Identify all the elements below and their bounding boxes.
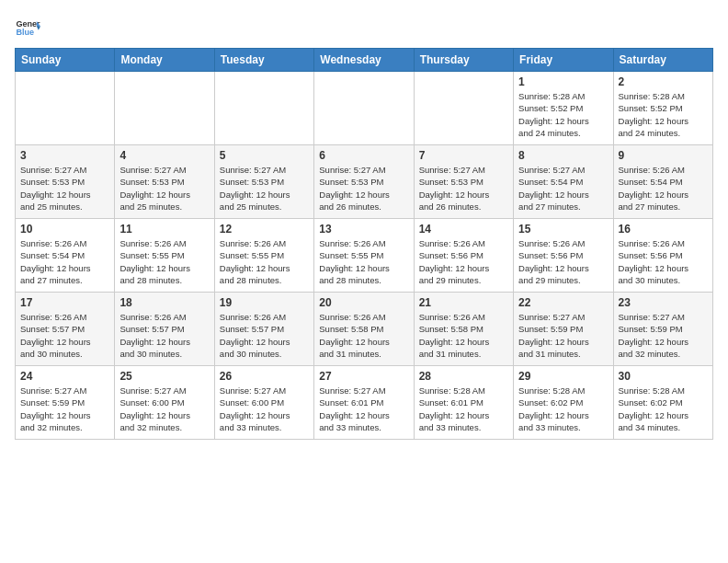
calendar-cell: 14Sunrise: 5:26 AM Sunset: 5:56 PM Dayli… bbox=[414, 219, 513, 293]
day-number: 26 bbox=[220, 370, 309, 383]
day-number: 4 bbox=[119, 149, 209, 162]
calendar-week-row: 3Sunrise: 5:27 AM Sunset: 5:53 PM Daylig… bbox=[16, 145, 713, 219]
calendar-cell: 24Sunrise: 5:27 AM Sunset: 5:59 PM Dayli… bbox=[16, 366, 115, 440]
day-number: 30 bbox=[619, 370, 708, 383]
day-info: Sunrise: 5:27 AM Sunset: 6:01 PM Dayligh… bbox=[319, 385, 408, 433]
calendar-cell: 17Sunrise: 5:26 AM Sunset: 5:57 PM Dayli… bbox=[16, 293, 115, 366]
calendar-week-row: 17Sunrise: 5:26 AM Sunset: 5:57 PM Dayli… bbox=[16, 293, 713, 366]
weekday-header-wednesday: Wednesday bbox=[314, 49, 414, 72]
day-info: Sunrise: 5:26 AM Sunset: 5:57 PM Dayligh… bbox=[220, 311, 309, 360]
calendar-cell: 3Sunrise: 5:27 AM Sunset: 5:53 PM Daylig… bbox=[16, 145, 115, 219]
day-info: Sunrise: 5:27 AM Sunset: 5:53 PM Dayligh… bbox=[220, 164, 309, 213]
calendar-cell: 13Sunrise: 5:26 AM Sunset: 5:55 PM Dayli… bbox=[314, 219, 414, 293]
calendar-cell: 27Sunrise: 5:27 AM Sunset: 6:01 PM Dayli… bbox=[314, 366, 414, 440]
calendar-week-row: 10Sunrise: 5:26 AM Sunset: 5:54 PM Dayli… bbox=[16, 219, 713, 293]
calendar-cell: 29Sunrise: 5:28 AM Sunset: 6:02 PM Dayli… bbox=[514, 366, 613, 440]
calendar-cell bbox=[314, 72, 414, 145]
day-number: 7 bbox=[419, 149, 508, 162]
day-number: 27 bbox=[319, 370, 408, 383]
calendar-cell: 5Sunrise: 5:27 AM Sunset: 5:53 PM Daylig… bbox=[214, 145, 313, 219]
day-number: 9 bbox=[619, 149, 708, 162]
calendar-cell: 20Sunrise: 5:26 AM Sunset: 5:58 PM Dayli… bbox=[314, 293, 414, 366]
day-info: Sunrise: 5:27 AM Sunset: 5:53 PM Dayligh… bbox=[119, 164, 209, 213]
calendar-cell: 6Sunrise: 5:27 AM Sunset: 5:53 PM Daylig… bbox=[314, 145, 414, 219]
day-number: 16 bbox=[619, 223, 708, 236]
day-info: Sunrise: 5:27 AM Sunset: 6:00 PM Dayligh… bbox=[119, 385, 209, 433]
calendar-cell: 12Sunrise: 5:26 AM Sunset: 5:55 PM Dayli… bbox=[214, 219, 313, 293]
day-number: 15 bbox=[518, 223, 608, 236]
calendar-table: SundayMondayTuesdayWednesdayThursdayFrid… bbox=[15, 48, 713, 440]
calendar-cell bbox=[214, 72, 313, 145]
calendar-cell: 21Sunrise: 5:26 AM Sunset: 5:58 PM Dayli… bbox=[414, 293, 513, 366]
day-info: Sunrise: 5:28 AM Sunset: 5:52 PM Dayligh… bbox=[518, 90, 608, 139]
calendar-week-row: 24Sunrise: 5:27 AM Sunset: 5:59 PM Dayli… bbox=[16, 366, 713, 440]
day-info: Sunrise: 5:26 AM Sunset: 5:56 PM Dayligh… bbox=[419, 237, 508, 286]
day-info: Sunrise: 5:26 AM Sunset: 5:55 PM Dayligh… bbox=[119, 237, 209, 286]
day-info: Sunrise: 5:28 AM Sunset: 6:01 PM Dayligh… bbox=[419, 385, 508, 433]
day-info: Sunrise: 5:26 AM Sunset: 5:54 PM Dayligh… bbox=[619, 164, 708, 213]
day-number: 14 bbox=[419, 223, 508, 236]
day-number: 17 bbox=[20, 296, 109, 309]
day-info: Sunrise: 5:27 AM Sunset: 6:00 PM Dayligh… bbox=[220, 385, 309, 433]
day-info: Sunrise: 5:26 AM Sunset: 5:55 PM Dayligh… bbox=[319, 237, 408, 286]
day-number: 8 bbox=[518, 149, 608, 162]
day-number: 19 bbox=[220, 296, 309, 309]
day-info: Sunrise: 5:26 AM Sunset: 5:56 PM Dayligh… bbox=[619, 237, 708, 286]
day-info: Sunrise: 5:27 AM Sunset: 5:59 PM Dayligh… bbox=[619, 311, 708, 360]
svg-text:Blue: Blue bbox=[16, 28, 34, 37]
calendar-cell bbox=[414, 72, 513, 145]
weekday-header-tuesday: Tuesday bbox=[214, 49, 313, 72]
calendar-cell: 4Sunrise: 5:27 AM Sunset: 5:53 PM Daylig… bbox=[115, 145, 214, 219]
day-info: Sunrise: 5:26 AM Sunset: 5:56 PM Dayligh… bbox=[518, 237, 608, 286]
day-number: 21 bbox=[419, 296, 508, 309]
day-number: 24 bbox=[20, 370, 109, 383]
calendar-cell: 26Sunrise: 5:27 AM Sunset: 6:00 PM Dayli… bbox=[214, 366, 313, 440]
calendar-cell: 30Sunrise: 5:28 AM Sunset: 6:02 PM Dayli… bbox=[613, 366, 712, 440]
day-number: 25 bbox=[119, 370, 209, 383]
calendar-cell: 28Sunrise: 5:28 AM Sunset: 6:01 PM Dayli… bbox=[414, 366, 513, 440]
day-number: 10 bbox=[20, 223, 109, 236]
calendar-cell: 19Sunrise: 5:26 AM Sunset: 5:57 PM Dayli… bbox=[214, 293, 313, 366]
calendar-cell bbox=[115, 72, 214, 145]
weekday-header-saturday: Saturday bbox=[613, 49, 712, 72]
weekday-header-sunday: Sunday bbox=[16, 49, 115, 72]
day-info: Sunrise: 5:27 AM Sunset: 5:59 PM Dayligh… bbox=[518, 311, 608, 360]
calendar-cell: 9Sunrise: 5:26 AM Sunset: 5:54 PM Daylig… bbox=[613, 145, 712, 219]
calendar-cell: 11Sunrise: 5:26 AM Sunset: 5:55 PM Dayli… bbox=[115, 219, 214, 293]
day-info: Sunrise: 5:26 AM Sunset: 5:54 PM Dayligh… bbox=[20, 237, 109, 286]
weekday-header-row: SundayMondayTuesdayWednesdayThursdayFrid… bbox=[16, 49, 713, 72]
day-info: Sunrise: 5:27 AM Sunset: 5:53 PM Dayligh… bbox=[20, 164, 109, 213]
day-info: Sunrise: 5:28 AM Sunset: 6:02 PM Dayligh… bbox=[619, 385, 708, 433]
day-info: Sunrise: 5:26 AM Sunset: 5:57 PM Dayligh… bbox=[20, 311, 109, 360]
day-number: 3 bbox=[20, 149, 109, 162]
day-number: 22 bbox=[518, 296, 608, 309]
calendar-cell: 23Sunrise: 5:27 AM Sunset: 5:59 PM Dayli… bbox=[613, 293, 712, 366]
calendar-cell: 16Sunrise: 5:26 AM Sunset: 5:56 PM Dayli… bbox=[613, 219, 712, 293]
day-info: Sunrise: 5:27 AM Sunset: 5:54 PM Dayligh… bbox=[518, 164, 608, 213]
day-info: Sunrise: 5:27 AM Sunset: 5:59 PM Dayligh… bbox=[20, 385, 109, 433]
day-number: 5 bbox=[220, 149, 309, 162]
day-info: Sunrise: 5:26 AM Sunset: 5:57 PM Dayligh… bbox=[119, 311, 209, 360]
day-info: Sunrise: 5:27 AM Sunset: 5:53 PM Dayligh… bbox=[319, 164, 408, 213]
day-info: Sunrise: 5:26 AM Sunset: 5:55 PM Dayligh… bbox=[220, 237, 309, 286]
day-number: 1 bbox=[518, 75, 608, 88]
day-info: Sunrise: 5:28 AM Sunset: 5:52 PM Dayligh… bbox=[619, 90, 708, 139]
svg-marker-3 bbox=[37, 27, 40, 30]
weekday-header-friday: Friday bbox=[514, 49, 613, 72]
calendar-week-row: 1Sunrise: 5:28 AM Sunset: 5:52 PM Daylig… bbox=[16, 72, 713, 145]
day-number: 29 bbox=[518, 370, 608, 383]
calendar-cell: 25Sunrise: 5:27 AM Sunset: 6:00 PM Dayli… bbox=[115, 366, 214, 440]
calendar-cell: 15Sunrise: 5:26 AM Sunset: 5:56 PM Dayli… bbox=[514, 219, 613, 293]
calendar-cell: 1Sunrise: 5:28 AM Sunset: 5:52 PM Daylig… bbox=[514, 72, 613, 145]
day-info: Sunrise: 5:26 AM Sunset: 5:58 PM Dayligh… bbox=[419, 311, 508, 360]
day-info: Sunrise: 5:26 AM Sunset: 5:58 PM Dayligh… bbox=[319, 311, 408, 360]
day-number: 2 bbox=[619, 75, 708, 88]
day-number: 23 bbox=[619, 296, 708, 309]
calendar-cell: 8Sunrise: 5:27 AM Sunset: 5:54 PM Daylig… bbox=[514, 145, 613, 219]
day-number: 18 bbox=[119, 296, 209, 309]
calendar-cell: 22Sunrise: 5:27 AM Sunset: 5:59 PM Dayli… bbox=[514, 293, 613, 366]
page-header: General Blue bbox=[15, 15, 713, 40]
day-number: 13 bbox=[319, 223, 408, 236]
day-number: 12 bbox=[220, 223, 309, 236]
calendar-cell bbox=[16, 72, 115, 145]
